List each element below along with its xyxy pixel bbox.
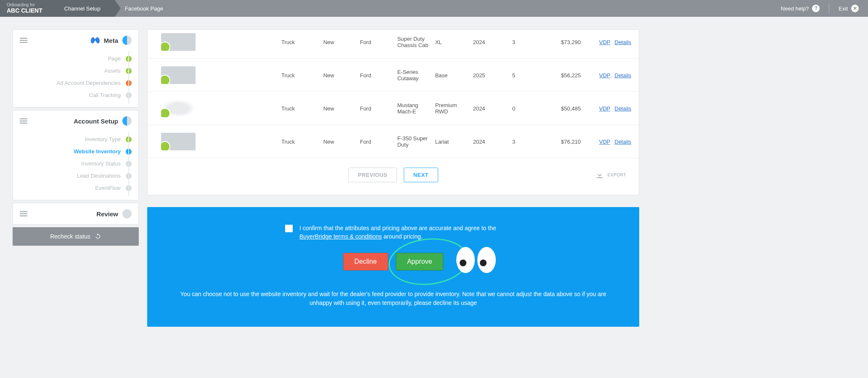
next-button[interactable]: NEXT	[404, 168, 438, 182]
sidebar-step[interactable]: Ad Account Dependencies!	[20, 77, 132, 89]
sidebar-step[interactable]: Lead Destinations	[20, 170, 132, 182]
top-bar: Onboarding for ABC CLIENT Channel Setup …	[0, 0, 868, 17]
menu-icon[interactable]	[20, 211, 27, 216]
details-link[interactable]: Details	[614, 139, 631, 145]
step-bullet-icon	[126, 149, 132, 155]
check-icon: ✓	[126, 136, 132, 142]
table-row: TruckNewFordSuper Duty Chassis CabXL2024…	[148, 30, 639, 59]
vdp-link[interactable]: VDP	[599, 139, 611, 145]
help-icon: ?	[812, 5, 820, 12]
terms-link[interactable]: BuyerBridge terms & conditions	[299, 233, 382, 240]
panel-title-meta: Meta	[90, 36, 118, 45]
table-row: TruckNewFordF-350 Super DutyLariat20243$…	[148, 125, 639, 158]
details-link[interactable]: Details	[614, 39, 631, 45]
panel-review: Review	[13, 203, 139, 225]
approve-button[interactable]: Approve	[396, 253, 444, 270]
menu-icon[interactable]	[20, 38, 27, 43]
pagination: PREVIOUS NEXT EXPORT	[148, 168, 639, 182]
sidebar-step[interactable]: Call Tracking	[20, 89, 132, 101]
step-bullet-icon	[126, 173, 132, 179]
refresh-icon	[95, 233, 101, 240]
status-indicator	[122, 209, 132, 218]
vdp-link[interactable]: VDP	[599, 105, 611, 112]
eyes-emoji-annotation	[456, 247, 496, 273]
sidebar-step[interactable]: Assets✓	[20, 65, 132, 77]
vdp-link[interactable]: VDP	[599, 39, 611, 45]
meta-logo-icon	[90, 36, 100, 45]
vehicle-thumbnail	[161, 133, 196, 150]
exit-button[interactable]: Exit ✕	[839, 5, 859, 12]
panel-title-account: Account Setup	[74, 118, 118, 125]
sidebar-step[interactable]: EventFlow	[20, 182, 132, 194]
decline-button[interactable]: Decline	[343, 253, 388, 270]
exit-label: Exit	[839, 5, 848, 12]
step-bullet-icon	[126, 161, 132, 167]
breadcrumb-facebook-page[interactable]: Facebook Page	[115, 0, 177, 17]
sidebar-step[interactable]: Page✓	[20, 52, 132, 65]
sidebar: Meta Page✓Assets✓Ad Account Dependencies…	[13, 29, 139, 246]
table-row: TruckNewFordE-Series CutawayBase20255$56…	[148, 59, 639, 92]
inventory-table: TruckNewFordSuper Duty Chassis CabXL2024…	[148, 30, 639, 158]
step-bullet-icon	[126, 92, 132, 98]
status-indicator	[122, 36, 132, 45]
client-name: ABC CLIENT	[7, 8, 42, 14]
previous-button[interactable]: PREVIOUS	[348, 168, 397, 182]
need-help-button[interactable]: Need help? ?	[781, 5, 820, 12]
inventory-card: TruckNewFordSuper Duty Chassis CabXL2024…	[147, 29, 639, 195]
topbar-right: Need help? ? Exit ✕	[781, 4, 868, 13]
details-link[interactable]: Details	[614, 72, 631, 79]
confirm-text: I confirm that the attributes and pricin…	[299, 224, 501, 241]
export-button[interactable]: EXPORT	[595, 171, 626, 179]
sidebar-step[interactable]: Inventory Status	[20, 158, 132, 170]
vehicle-thumbnail	[161, 66, 196, 84]
confirm-checkbox[interactable]	[285, 225, 293, 232]
menu-icon[interactable]	[20, 118, 27, 123]
warning-icon: !	[126, 80, 132, 86]
check-icon: ✓	[126, 68, 132, 74]
sidebar-step[interactable]: Inventory Type✓	[20, 133, 132, 145]
panel-meta: Meta Page✓Assets✓Ad Account Dependencies…	[13, 29, 139, 108]
panel-account-setup: Account Setup Inventory Type✓Website Inv…	[13, 110, 139, 200]
confirm-panel: I confirm that the attributes and pricin…	[147, 207, 639, 327]
close-icon: ✕	[851, 5, 859, 12]
recheck-status-button[interactable]: Recheck status	[13, 227, 139, 246]
onboarding-badge: Onboarding for ABC CLIENT	[0, 0, 54, 17]
table-row: TruckNewFordMustang Mach-EPremium RWD202…	[148, 92, 639, 125]
check-icon: ✓	[126, 56, 132, 62]
vdp-link[interactable]: VDP	[599, 72, 611, 79]
breadcrumb-channel-setup[interactable]: Channel Setup	[54, 0, 115, 17]
vehicle-thumbnail	[161, 100, 196, 117]
details-link[interactable]: Details	[614, 105, 631, 112]
panel-title-review: Review	[96, 210, 118, 218]
confirm-note: You can choose not to use the website in…	[172, 290, 614, 307]
download-icon	[595, 171, 604, 179]
step-bullet-icon	[126, 185, 132, 191]
main-content: TruckNewFordSuper Duty Chassis CabXL2024…	[147, 29, 639, 327]
sidebar-step[interactable]: Website Inventory	[20, 145, 132, 158]
vehicle-thumbnail	[161, 33, 196, 51]
divider	[829, 4, 829, 13]
status-indicator	[122, 116, 132, 126]
need-help-label: Need help?	[781, 5, 809, 12]
